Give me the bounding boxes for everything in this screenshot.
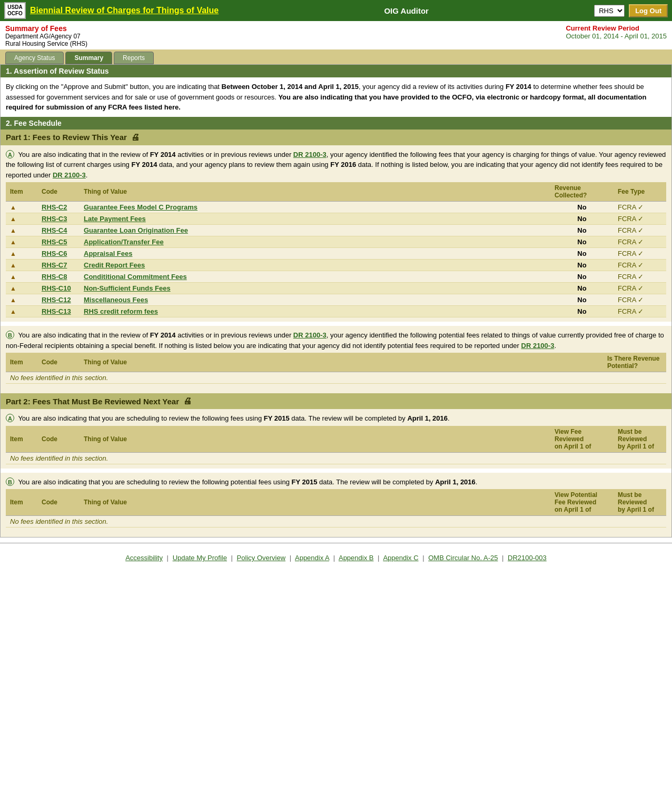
- item-code-link[interactable]: RHS-C8: [42, 273, 67, 281]
- agency-select[interactable]: RHS: [594, 5, 625, 17]
- footer-link-appendix-a[interactable]: Appendix A: [295, 554, 329, 562]
- footer-link-omb[interactable]: OMB Circular No. A-25: [428, 554, 498, 562]
- part2-section-a: A You are also indicating that you are s…: [1, 409, 671, 469]
- col-2b-code: Code: [37, 489, 80, 516]
- print-icon-2[interactable]: 🖨: [183, 396, 192, 406]
- part1-header: Part 1: Fees to Review This Year 🖨: [1, 130, 671, 145]
- thing-link[interactable]: Miscellaneous Fees: [84, 296, 148, 304]
- item-code-link[interactable]: RHS-C3: [42, 215, 67, 223]
- triangle-cell: ▲: [6, 236, 37, 248]
- table-row: ▲ RHS-C10 Non-Sufficient Funds Fees No F…: [6, 283, 666, 294]
- thing-link[interactable]: Guarantee Fees Model C Programs: [84, 203, 197, 211]
- thing-link[interactable]: Guarantee Loan Origination Fee: [84, 226, 188, 234]
- item-code-link[interactable]: RHS-C10: [42, 284, 71, 292]
- item-code-link[interactable]: RHS-C13: [42, 307, 71, 315]
- triangle-cell: ▲: [6, 294, 37, 306]
- circle-b-label: B: [6, 331, 14, 339]
- tab-reports[interactable]: Reports: [114, 52, 154, 64]
- revenue-collected: No: [550, 271, 614, 283]
- assertion-text: By clicking on the "Approve and Submit" …: [1, 77, 671, 117]
- assertion-header: 1. Assertion of Review Status: [1, 65, 671, 77]
- part1-label: Part 1: Fees to Review This Year: [6, 133, 127, 142]
- thing-of-value: Guarantee Fees Model C Programs: [80, 202, 550, 213]
- col-2a-view: View Fee Reviewedon April 1 of: [550, 426, 614, 453]
- col-2b-view: View PotentialFee Reviewedon April 1 of: [550, 489, 614, 516]
- table-row: No fees identified in this section.: [6, 452, 666, 464]
- summary-title: Summary of Fees: [5, 24, 87, 33]
- triangle-icon: ▲: [10, 215, 16, 223]
- triangle-icon: ▲: [10, 273, 16, 281]
- triangle-cell: ▲: [6, 283, 37, 294]
- header: USDA OCFO Biennial Review of Charges for…: [0, 0, 672, 21]
- footer-link-dr2100[interactable]: DR2100-003: [508, 554, 547, 562]
- fee-type: FCRA ✓: [614, 294, 666, 306]
- revenue-collected: No: [550, 236, 614, 248]
- thing-of-value: RHS credit reform fees: [80, 306, 550, 317]
- triangle-icon: ▲: [10, 250, 16, 257]
- part2-a-table: Item Code Thing of Value View Fee Review…: [6, 426, 666, 464]
- col-feetype: Fee Type: [614, 182, 666, 202]
- fee-type: FCRA ✓: [614, 225, 666, 236]
- triangle-icon: ▲: [10, 308, 16, 315]
- no-fees-b: No fees identified in this section.: [6, 372, 666, 384]
- tab-agency-status[interactable]: Agency Status: [5, 52, 64, 64]
- col-item: Item: [6, 182, 37, 202]
- header-controls: RHS Log Out: [594, 4, 668, 17]
- thing-link[interactable]: Condititional Commitment Fees: [84, 273, 187, 281]
- footer-link-appendix-c[interactable]: Appendix C: [383, 554, 418, 562]
- revenue-collected: No: [550, 294, 614, 306]
- part2-section-b: B You are also indicating that you are s…: [1, 473, 671, 532]
- dr2100-link-1a2[interactable]: DR 2100-3: [53, 171, 86, 179]
- item-code-link[interactable]: RHS-C7: [42, 261, 67, 269]
- thing-of-value: Appraisal Fees: [80, 248, 550, 260]
- no-fees-2b: No fees identified in this section.: [6, 516, 666, 528]
- triangle-cell: ▲: [6, 260, 37, 271]
- thing-link[interactable]: Application/Transfer Fee: [84, 238, 164, 246]
- thing-link[interactable]: Non-Sufficient Funds Fees: [84, 284, 171, 292]
- triangle-icon: ▲: [10, 238, 16, 246]
- triangle-cell: ▲: [6, 306, 37, 317]
- circle-b2-label: B: [6, 477, 14, 486]
- footer-link-policy[interactable]: Policy Overview: [237, 554, 285, 562]
- thing-of-value: Condititional Commitment Fees: [80, 271, 550, 283]
- print-icon[interactable]: 🖨: [131, 133, 140, 142]
- tab-summary[interactable]: Summary: [65, 52, 112, 64]
- summary-dept: Department AG/Agency 07: [5, 33, 87, 40]
- table-row: ▲ RHS-C3 Late Payment Fees No FCRA ✓: [6, 213, 666, 225]
- table-row: ▲ RHS-C12 Miscellaneous Fees No FCRA ✓: [6, 294, 666, 306]
- fee-type: FCRA ✓: [614, 283, 666, 294]
- thing-link[interactable]: Appraisal Fees: [84, 250, 133, 257]
- thing-link[interactable]: RHS credit reform fees: [84, 307, 158, 315]
- part2-a-text: A You are also indicating that you are s…: [6, 409, 666, 426]
- logout-button[interactable]: Log Out: [629, 4, 668, 17]
- col-b-revenue: Is There RevenuePotential?: [603, 353, 666, 372]
- footer-link-appendix-b[interactable]: Appendix B: [339, 554, 374, 562]
- item-code-link[interactable]: RHS-C12: [42, 296, 71, 304]
- item-code-link[interactable]: RHS-C6: [42, 250, 67, 257]
- period-dates: October 01, 2014 - April 01, 2015: [566, 32, 667, 40]
- item-code-link[interactable]: RHS-C4: [42, 226, 67, 234]
- dr2100-link-1b2[interactable]: DR 2100-3: [521, 342, 555, 350]
- thing-link[interactable]: Credit Report Fees: [84, 261, 145, 269]
- footer-link-accessibility[interactable]: Accessibility: [125, 554, 163, 562]
- fee-type: FCRA ✓: [614, 306, 666, 317]
- footer-link-profile[interactable]: Update My Profile: [173, 554, 227, 562]
- part2-b-text: B You are also indicating that you are s…: [6, 473, 666, 490]
- header-left: USDA OCFO Biennial Review of Charges for…: [4, 2, 219, 19]
- item-code-link[interactable]: RHS-C2: [42, 203, 67, 211]
- thing-link[interactable]: Late Payment Fees: [84, 215, 146, 223]
- tab-bar: Agency Status Summary Reports: [0, 49, 672, 64]
- item-code: RHS-C3: [37, 213, 80, 225]
- summary-right: Current Review Period October 01, 2014 -…: [566, 24, 667, 47]
- dr2100-link-1a[interactable]: DR 2100-3: [293, 151, 327, 158]
- revenue-collected: No: [550, 213, 614, 225]
- item-code-link[interactable]: RHS-C5: [42, 238, 67, 246]
- col-revenue: RevenueCollected?: [550, 182, 614, 202]
- thing-of-value: Non-Sufficient Funds Fees: [80, 283, 550, 294]
- revenue-collected: No: [550, 260, 614, 271]
- dr2100-link-1b[interactable]: DR 2100-3: [293, 331, 327, 339]
- col-b-code: Code: [37, 353, 80, 372]
- revenue-collected: No: [550, 225, 614, 236]
- summary-left: Summary of Fees Department AG/Agency 07 …: [5, 24, 87, 47]
- revenue-collected: No: [550, 248, 614, 260]
